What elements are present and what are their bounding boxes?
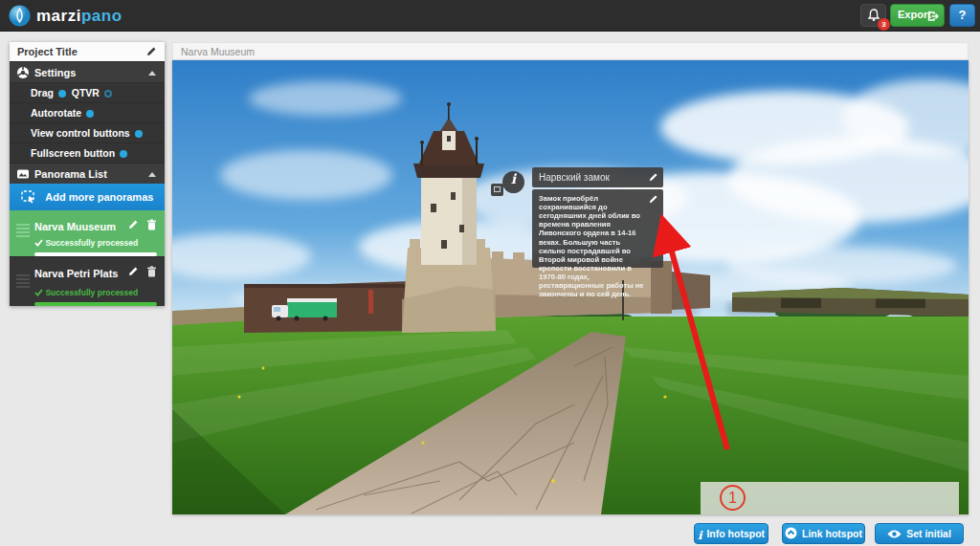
hotspot-title-box[interactable]: Нарвский замок — [532, 167, 663, 187]
notification-badge: 3 — [878, 18, 890, 31]
progress-bar — [34, 302, 157, 306]
set-initial-view-button[interactable]: Set initial view — [875, 523, 964, 544]
setting-autorotate[interactable]: Autorotate — [10, 102, 165, 122]
panorama-title-bar: Narva Muuseum — [172, 42, 969, 60]
eye-icon — [887, 529, 902, 539]
edit-panorama-icon[interactable] — [127, 266, 139, 277]
fullscreen-label: Fullscreen button — [31, 147, 115, 159]
success-check-icon — [34, 239, 43, 247]
info-hotspot-label: Info hotspot — [706, 528, 765, 539]
edit-hotspot-description-icon[interactable] — [648, 194, 658, 205]
drag-toggle[interactable] — [58, 90, 66, 98]
settings-gear-icon — [16, 66, 30, 79]
drag-label: Drag — [31, 87, 54, 98]
panorama-list-icon — [16, 167, 30, 181]
link-hotspot-button[interactable]: Link hotspot — [782, 523, 865, 544]
panorama-item-narva-petri-plats[interactable]: Narva Petri Plats Successfully processed — [10, 256, 165, 306]
qtvr-label: QTVR — [72, 87, 100, 98]
collapse-panorama-list-icon[interactable] — [148, 172, 156, 177]
top-bar: marzipano 3 Export ? — [0, 0, 980, 32]
info-hotspot-icon[interactable]: i — [502, 171, 524, 193]
collapse-settings-icon[interactable] — [148, 71, 156, 76]
autorotate-label: Autorotate — [31, 107, 81, 119]
panorama-title: Narva Petri Plats — [34, 268, 118, 279]
brand-part1: marzi — [36, 7, 81, 25]
info-icon: i — [698, 529, 702, 542]
panorama-status: Successfully processed — [34, 238, 157, 248]
autorotate-toggle[interactable] — [86, 110, 94, 118]
delete-panorama-icon[interactable] — [146, 266, 157, 277]
export-label: Export — [898, 9, 931, 20]
panorama-viewport[interactable]: i Нарвский замок Замок приобрёл сохранив… — [172, 60, 969, 514]
view-control-label: View control buttons — [31, 127, 130, 139]
hotspot-description-box[interactable]: Замок приобрёл сохранившийся до сегодняш… — [532, 189, 663, 268]
delete-panorama-icon[interactable] — [146, 219, 157, 230]
hotspot-title: Нарвский замок — [539, 172, 610, 183]
project-title-label: Project Title — [17, 46, 78, 57]
panorama-title: Narva Muuseum — [34, 221, 116, 232]
brand-part2: pano — [81, 7, 122, 25]
set-initial-view-label: Set initial view — [906, 528, 951, 546]
panorama-list-header[interactable]: Panorama List — [10, 163, 165, 184]
hotspot-description: Замок приобрёл сохранившийся до сегодняш… — [539, 194, 644, 298]
setting-drag-qtvr[interactable]: Drag QTVR — [10, 82, 165, 102]
marzipano-logo-icon — [9, 5, 31, 27]
add-panorama-label: Add more panoramas — [45, 191, 153, 203]
success-check-icon — [34, 289, 43, 296]
settings-label: Settings — [34, 67, 76, 78]
link-hotspot-label: Link hotspot — [802, 528, 862, 539]
qtvr-toggle[interactable] — [104, 90, 112, 98]
project-title-row[interactable]: Project Title — [10, 42, 165, 61]
info-hotspot-button[interactable]: iInfo hotspot — [694, 523, 768, 544]
link-hotspot-icon — [785, 527, 797, 539]
drag-handle-icon[interactable] — [16, 224, 30, 239]
add-more-panoramas-button[interactable]: Add more panoramas — [10, 184, 165, 210]
view-control-toggle[interactable] — [135, 130, 143, 138]
panorama-item-narva-muuseum[interactable]: Narva Muuseum Successfully processed — [10, 210, 165, 256]
notifications-button[interactable]: 3 — [860, 4, 886, 27]
setting-view-control-buttons[interactable]: View control buttons — [10, 122, 165, 142]
drag-handle-icon[interactable] — [16, 274, 30, 290]
current-panorama-title: Narva Muuseum — [181, 46, 255, 57]
panorama-status: Successfully processed — [34, 288, 157, 297]
export-icon — [927, 11, 939, 22]
add-panorama-icon — [21, 190, 36, 204]
panorama-list-label: Panorama List — [34, 168, 107, 180]
brand-title: marzipano — [36, 7, 122, 26]
setting-fullscreen-button[interactable]: Fullscreen button — [10, 142, 165, 163]
step-1-annotation: 1 — [720, 485, 746, 511]
edit-hotspot-title-icon[interactable] — [648, 172, 658, 183]
edit-project-title-icon[interactable] — [145, 46, 157, 57]
help-button[interactable]: ? — [949, 4, 975, 27]
edit-panorama-icon[interactable] — [127, 219, 139, 230]
mini-hotspot-icon[interactable] — [491, 184, 503, 196]
settings-section-header[interactable]: Settings — [10, 61, 165, 82]
fullscreen-toggle[interactable] — [120, 150, 127, 158]
export-button[interactable]: Export — [890, 4, 945, 27]
sidebar: Project Title Settings Drag QTVR Autorot… — [10, 42, 165, 306]
